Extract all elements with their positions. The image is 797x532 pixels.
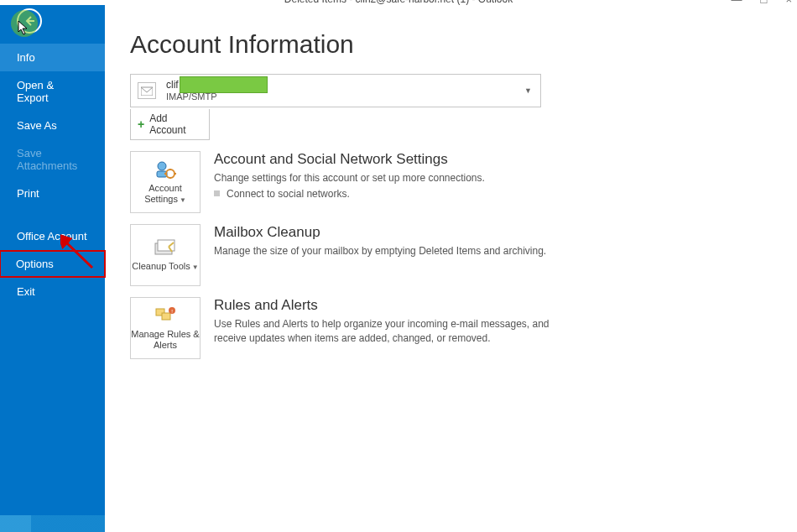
connect-social-link[interactable]: Connect to social networks. bbox=[214, 188, 558, 200]
sidebar-item-print[interactable]: Print bbox=[0, 180, 105, 207]
sidebar-accent bbox=[0, 515, 105, 532]
sidebar-item-label: Office Account bbox=[17, 230, 87, 243]
rules-alerts-icon: ! bbox=[154, 305, 177, 326]
account-settings-icon bbox=[154, 159, 177, 180]
sidebar-item-label: Exit bbox=[17, 285, 35, 298]
window-title: Deleted Items - clin2@safe-harbor.net (1… bbox=[284, 0, 513, 5]
close-button[interactable]: × bbox=[785, 0, 792, 6]
section-heading: Mailbox Cleanup bbox=[214, 224, 558, 241]
plus-icon: + bbox=[138, 117, 144, 131]
sidebar-item-save-as[interactable]: Save As bbox=[0, 112, 105, 139]
sidebar-item-label: Open & Export bbox=[17, 79, 54, 104]
sidebar-item-open-export[interactable]: Open & Export bbox=[0, 71, 105, 112]
bullet-icon bbox=[214, 190, 220, 196]
svg-point-1 bbox=[158, 162, 166, 170]
chevron-down-icon: ▼ bbox=[524, 86, 532, 95]
sidebar-item-label: Save Attachments bbox=[17, 147, 77, 172]
tile-label: Account Settings bbox=[144, 183, 182, 204]
cleanup-tools-icon bbox=[154, 237, 177, 258]
sidebar-item-save-attachments: Save Attachments bbox=[0, 139, 105, 180]
account-settings-tile[interactable]: Account Settings▼ bbox=[130, 151, 201, 213]
sidebar-item-label: Save As bbox=[17, 119, 57, 132]
redaction-overlay bbox=[180, 76, 268, 93]
back-button[interactable] bbox=[17, 8, 42, 34]
sidebar-item-label: Options bbox=[16, 258, 54, 270]
add-account-label: Add Account bbox=[149, 112, 202, 136]
section-body: Use Rules and Alerts to help organize yo… bbox=[214, 317, 558, 346]
svg-rect-7 bbox=[162, 313, 170, 320]
section-heading: Account and Social Network Settings bbox=[214, 151, 558, 168]
account-dropdown[interactable]: clif IMAP/SMTP ▼ bbox=[130, 74, 541, 107]
chevron-down-icon: ▼ bbox=[192, 263, 199, 271]
sidebar-item-options[interactable]: Options bbox=[0, 250, 106, 278]
manage-rules-tile[interactable]: ! Manage Rules & Alerts bbox=[130, 297, 201, 359]
section-rules-alerts: ! Manage Rules & Alerts Rules and Alerts… bbox=[130, 297, 772, 359]
section-mailbox-cleanup: Cleanup Tools▼ Mailbox Cleanup Manage th… bbox=[130, 224, 772, 286]
sidebar-item-info[interactable]: Info bbox=[0, 44, 105, 71]
sidebar-item-label: Print bbox=[17, 187, 39, 200]
add-account-button[interactable]: + Add Account bbox=[130, 109, 210, 140]
titlebar: Deleted Items - clin2@safe-harbor.net (1… bbox=[0, 0, 797, 5]
bullet-label: Connect to social networks. bbox=[227, 188, 350, 200]
tile-label: Cleanup Tools bbox=[132, 261, 190, 271]
maximize-button[interactable]: □ bbox=[761, 0, 768, 6]
tile-label: Manage Rules & Alerts bbox=[131, 329, 199, 350]
section-body: Change settings for this account or set … bbox=[214, 171, 558, 185]
backstage-sidebar: Info Open & Export Save As Save Attachme… bbox=[0, 5, 105, 532]
window-controls: — □ × bbox=[732, 0, 792, 6]
minimize-button[interactable]: — bbox=[732, 0, 742, 6]
svg-rect-5 bbox=[158, 240, 175, 251]
main-panel: Account Information clif IMAP/SMTP ▼ + A… bbox=[105, 5, 797, 532]
sidebar-item-office-account[interactable]: Office Account bbox=[0, 222, 105, 250]
account-icon bbox=[138, 82, 156, 99]
section-heading: Rules and Alerts bbox=[214, 297, 558, 314]
sidebar-item-exit[interactable]: Exit bbox=[0, 278, 105, 305]
page-title: Account Information bbox=[130, 30, 772, 59]
section-account-settings: Account Settings▼ Account and Social Net… bbox=[130, 151, 772, 213]
chevron-down-icon: ▼ bbox=[180, 196, 186, 204]
section-body: Manage the size of your mailbox by empty… bbox=[214, 244, 558, 258]
cleanup-tools-tile[interactable]: Cleanup Tools▼ bbox=[130, 224, 201, 286]
sidebar-item-label: Info bbox=[17, 51, 35, 64]
